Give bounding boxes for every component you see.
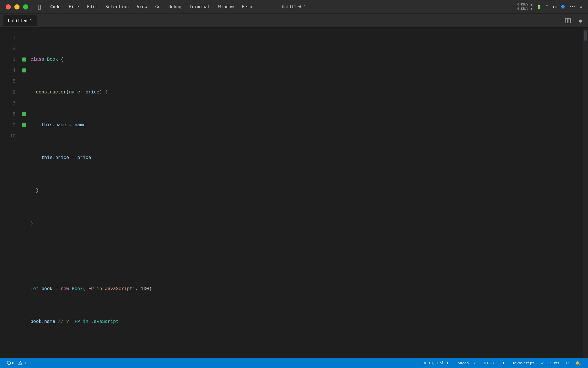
breakpoint-3[interactable] xyxy=(22,57,26,62)
gutter-line-7[interactable] xyxy=(20,98,28,109)
spaces-setting[interactable]: Spaces: 2 xyxy=(452,358,479,368)
window-title: Untitled-1 xyxy=(282,5,306,9)
more-icon[interactable]: ••• xyxy=(569,5,576,9)
menu-bar:  Code File Edit Selection View Go Debug… xyxy=(34,0,517,14)
tabbar-right: ● xyxy=(564,17,585,25)
minimize-button[interactable] xyxy=(14,4,20,9)
menu-selection[interactable]: Selection xyxy=(101,0,133,14)
line-ending[interactable]: LF xyxy=(497,358,509,368)
gutter-line-9[interactable] xyxy=(20,120,28,131)
gutter-line-5[interactable] xyxy=(20,76,28,87)
scrollbar-thumb[interactable] xyxy=(584,30,587,41)
cursor-position[interactable]: Ln 10, Col 1 xyxy=(418,358,452,368)
editor-scrollbar[interactable] xyxy=(583,28,588,358)
menu-code[interactable]: Code xyxy=(46,0,65,14)
gutter-line-10[interactable] xyxy=(20,131,28,141)
gutter-line-3[interactable] xyxy=(20,54,28,65)
gutter-line-6[interactable] xyxy=(20,87,28,98)
gutter-line-2[interactable] xyxy=(20,43,28,54)
line-numbers: 1 2 3 4 5 6 7 8 9 10 xyxy=(0,28,20,358)
more-actions-icon[interactable]: ● xyxy=(577,17,585,25)
warning-count: 0 xyxy=(18,361,26,365)
code-line-5: } xyxy=(28,185,583,196)
code-line-10 xyxy=(28,349,583,358)
titlebar-right-controls: 0 KB/s ▲ 0 KB/s ▼ 🔋 ⏱ ⏭ 🔷 ••• ≡ xyxy=(517,3,588,11)
gutter xyxy=(20,28,28,358)
menu-edit[interactable]: Edit xyxy=(83,0,101,14)
smiley-icon[interactable]: ☺ xyxy=(563,358,572,368)
code-editor[interactable]: class Book { constructor(name, price) { … xyxy=(28,28,583,358)
menu-file[interactable]: File xyxy=(65,0,83,14)
menu-view[interactable]: View xyxy=(133,0,151,14)
network-stats: 0 KB/s ▲ 0 KB/s ▼ xyxy=(517,3,533,11)
gutter-line-4[interactable] xyxy=(20,65,28,76)
split-editor-icon[interactable] xyxy=(564,17,572,25)
svg-point-7 xyxy=(20,364,20,364)
menu-terminal[interactable]: Terminal xyxy=(185,0,214,14)
file-encoding[interactable]: UTF-8 xyxy=(479,358,497,368)
menu-window[interactable]: Window xyxy=(214,0,238,14)
statusbar: 0 0 Ln 10, Col 1 Spaces: 2 UTF-8 LF xyxy=(0,358,588,368)
tabbar: Untitled-1 ● xyxy=(0,14,588,28)
tab-label: Untitled-1 xyxy=(8,18,32,23)
svg-point-4 xyxy=(9,363,9,364)
gutter-line-8[interactable] xyxy=(20,109,28,120)
error-count: 0 xyxy=(7,361,14,365)
error-warning-count[interactable]: 0 0 xyxy=(5,358,28,368)
code-line-9: book.name // ? FP in JavaScript xyxy=(28,316,583,327)
gutter-line-1[interactable] xyxy=(20,32,28,43)
battery-icon: 🔋 xyxy=(537,5,541,9)
apple-menu[interactable]:  xyxy=(34,0,45,14)
code-line-8: let book = new Book('FP in JavaScript', … xyxy=(28,283,583,294)
statusbar-right: Ln 10, Col 1 Spaces: 2 UTF-8 LF JavaScri… xyxy=(418,358,583,368)
svg-rect-1 xyxy=(568,18,570,23)
menu-debug[interactable]: Debug xyxy=(165,0,185,14)
close-button[interactable] xyxy=(6,4,11,9)
skip-back-icon[interactable]: ⏭ xyxy=(553,5,557,9)
titlebar:  Code File Edit Selection View Go Debug… xyxy=(0,0,588,14)
editor-container: 1 2 3 4 5 6 7 8 9 10 class Book { constr… xyxy=(0,28,588,358)
breakpoint-8[interactable] xyxy=(22,112,26,116)
maximize-button[interactable] xyxy=(23,4,28,9)
run-time[interactable]: ✔ 1.90ms xyxy=(538,358,563,368)
svg-rect-0 xyxy=(565,18,568,23)
statusbar-left: 0 0 xyxy=(5,358,28,368)
notification-icon[interactable]: 🔔 xyxy=(572,358,583,368)
screen-time-icon[interactable]: ⏱ xyxy=(545,5,549,9)
code-line-3: this.name = name xyxy=(28,120,583,131)
list-icon[interactable]: ≡ xyxy=(580,5,582,9)
code-line-6: } xyxy=(28,218,583,229)
code-line-7 xyxy=(28,251,583,262)
language-mode[interactable]: JavaScript xyxy=(508,358,538,368)
traffic-lights xyxy=(0,4,28,9)
code-line-2: constructor(name, price) { xyxy=(28,87,583,98)
finder-icon[interactable]: 🔷 xyxy=(561,5,565,9)
breakpoint-4[interactable] xyxy=(22,68,26,72)
tab-untitled[interactable]: Untitled-1 xyxy=(3,15,37,26)
code-line-1: class Book { xyxy=(28,54,583,65)
code-line-4: this.price = price xyxy=(28,152,583,163)
breakpoint-9[interactable] xyxy=(22,123,26,127)
menu-go[interactable]: Go xyxy=(151,0,165,14)
menu-help[interactable]: Help xyxy=(238,0,256,14)
